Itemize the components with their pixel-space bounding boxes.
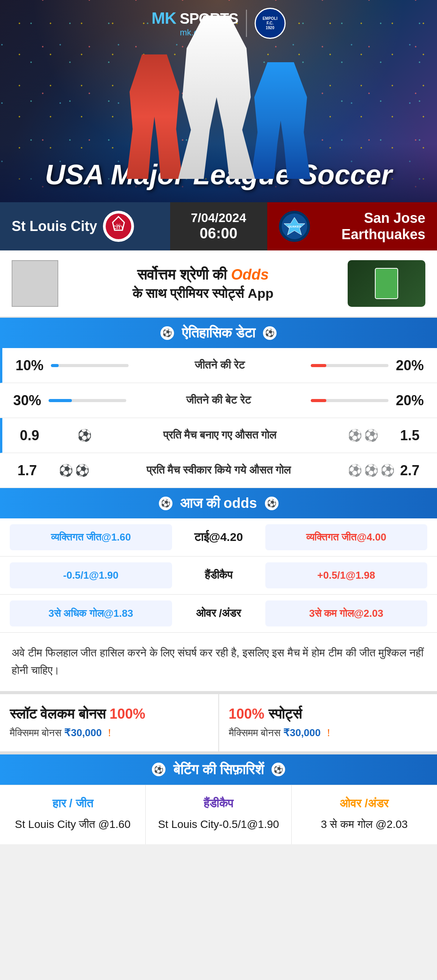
reco-handicap-label: हैंडीकैप (153, 797, 283, 810)
odds-row-ou: 3से अधिक गोल@1.83 ओवर /अंडर 3से कम गोल@2… (0, 595, 437, 633)
ball-icon-left-1: ⚽ (59, 464, 73, 477)
odds-handicap-label: हैंडीकैप (180, 569, 258, 582)
ball-icon-right-1: ⚽ (348, 429, 362, 442)
goals-conceded-label: प्रति मैच स्वीकार किये गये औसत गोल (89, 464, 348, 477)
analysis-section: अवे टीम फिलहाल जीत हासिल करने के लिए संघ… (0, 633, 437, 694)
betting-recommendations: ⚽ बेटिंग की सिफ़ारिशें ⚽ हार / जीत St Lo… (0, 754, 437, 844)
analysis-text: अवे टीम फिलहाल जीत हासिल करने के लिए संघ… (12, 644, 425, 679)
reco-ou-label: ओवर /अंडर (299, 797, 429, 810)
stl-logo-svg: CITY SC (105, 213, 132, 240)
ball-icon-rr-1: ⚽ (348, 464, 362, 477)
historical-title: ऐतिहासिक डेटा (182, 325, 255, 341)
reco-col-handicap: हैंडीकैप St Louis City-0.5/1@1.90 (146, 785, 291, 844)
odds-soccer-icon-right: ⚽ (265, 497, 279, 510)
match-bar: St Louis City CITY SC 7/04/2024 06:00 QU… (0, 202, 437, 250)
goals-scored-icons-left: ⚽ (45, 429, 92, 442)
goals-scored-left-val: 0.9 (14, 427, 45, 444)
odds-row-handicap: -0.5/1@1.90 हैंडीकैप +0.5/1@1.98 (0, 556, 437, 595)
odds-header: ⚽ आज की odds ⚽ (0, 488, 437, 518)
bonus-slots-sub-text: मैक्सिमम बोनस (10, 727, 61, 738)
ball-icon-rr-3: ⚽ (380, 464, 395, 477)
promo-odds-word: Odds (231, 266, 269, 283)
match-time: 06:00 (200, 225, 237, 242)
odds-ou-label: ओवर /अंडर (180, 607, 258, 620)
svg-text:SC: SC (116, 223, 121, 227)
reco-ou-value: 3 से कम गोल @2.03 (299, 816, 429, 833)
reco-col-winloss: हार / जीत St Louis City जीत @1.60 (0, 785, 146, 844)
odds-away-handicap-btn[interactable]: +0.5/1@1.98 (265, 562, 428, 588)
odds-home-handicap-btn[interactable]: -0.5/1@1.90 (10, 562, 172, 588)
bet-rate-fill-right (311, 399, 326, 402)
reco-soccer-icon-left: ⚽ (152, 763, 165, 776)
bet-rate-bar-left (49, 399, 126, 402)
win-rate-fill-right (311, 364, 326, 367)
ball-icon-rr-2: ⚽ (364, 464, 378, 477)
bonus-slots-amount: ₹30,000 (64, 727, 102, 738)
home-team-name: St Louis City (12, 218, 97, 234)
bet-rate-left-val: 30% (12, 392, 43, 409)
ball-icon-left-2: ⚽ (75, 464, 89, 477)
stat-row-goals-conceded: 1.7 ⚽ ⚽ प्रति मैच स्वीकार किये गये औसत ग… (0, 453, 437, 488)
bonus-sports-percent: 100% (229, 706, 265, 722)
bonus-sports-sub: मैक्सिमम बोनस ₹30,000 ！ (229, 726, 428, 740)
odds-under-btn[interactable]: 3से कम गोल@2.03 (265, 600, 428, 626)
bet-rate-right-val: 20% (394, 392, 425, 409)
win-rate-label: जीतने की रेट (134, 359, 305, 372)
bonus-slots-title: स्लॉट वेलकम बोनस 100% (10, 706, 209, 722)
win-rate-right-val: 20% (394, 357, 425, 374)
bonus-sports-sub-text: मैक्सिमम बोनस (229, 727, 280, 738)
bonus-sports-title: 100% स्पोर्ट्स (229, 706, 428, 722)
bonus-slots-exclaim: ！ (104, 727, 115, 738)
goals-scored-icons-right: ⚽ ⚽ (348, 429, 394, 442)
promo-image-placeholder (12, 260, 58, 307)
ball-icon-1: ⚽ (77, 429, 92, 442)
odds-away-win-btn[interactable]: व्यक्तिगत जीत@4.00 (265, 524, 428, 550)
odds-title: आज की odds (180, 495, 257, 511)
odds-section: ⚽ आज की odds ⚽ व्यक्तिगत जीत@1.60 टाई@4.… (0, 488, 437, 633)
sj-logo-svg: QUAKES (281, 213, 308, 240)
reco-col-ou: ओवर /अंडर 3 से कम गोल @2.03 (292, 785, 437, 844)
stat-row-win-rate: 10% जीतने की रेट 20% (0, 348, 437, 383)
bonus-card-slots[interactable]: स्लॉट वेलकम बोनस 100% मैक्सिमम बोनस ₹30,… (0, 694, 219, 751)
odds-tie-val: टाई@4.20 (180, 530, 258, 544)
ball-icon-right-2: ⚽ (364, 429, 378, 442)
goals-conceded-icons-left: ⚽ ⚽ (43, 464, 89, 477)
bet-rate-label: जीतने की बेट रेट (132, 394, 305, 407)
reco-winloss-label: हार / जीत (8, 797, 138, 810)
bonus-card-sports[interactable]: 100% स्पोर्ट्स मैक्सिमम बोनस ₹30,000 ！ (219, 694, 437, 751)
app-screen-visual (375, 268, 398, 299)
bonus-section[interactable]: स्लॉट वेलकम बोनस 100% मैक्सिमम बोनस ₹30,… (0, 694, 437, 754)
hero-banner: MK SPORTS mk.com EMPOLIF.C.1920 USA Majo… (0, 0, 437, 202)
soccer-icon-left: ⚽ (160, 326, 174, 340)
odds-over-btn[interactable]: 3से अधिक गोल@1.83 (10, 600, 172, 626)
reco-soccer-icon-right: ⚽ (272, 763, 285, 776)
promo-text: सर्वोत्तम श्रेणी की Odds के साथ प्रीमियर… (66, 265, 340, 302)
win-rate-fill-left (51, 364, 59, 367)
away-team-section: QUAKES San Jose Earthquakes (267, 202, 437, 250)
promo-subheadline: के साथ प्रीमियर स्पोर्ट्स App (66, 285, 340, 302)
soccer-icon-right: ⚽ (263, 326, 277, 340)
odds-row-win: व्यक्तिगत जीत@1.60 टाई@4.20 व्यक्तिगत जी… (0, 518, 437, 556)
bonus-sports-exclaim: ！ (324, 727, 334, 738)
reco-winloss-value: St Louis City जीत @1.60 (8, 816, 138, 833)
promo-app-mockup (348, 260, 425, 307)
betting-reco-title: बेटिंग की सिफ़ारिशें (173, 761, 264, 778)
bonus-slots-sub: मैक्सिमम बोनस ₹30,000 ！ (10, 726, 209, 740)
bonus-slots-title-text: स्लॉट वेलकम बोनस (10, 706, 106, 722)
bet-rate-fill-left (49, 399, 72, 402)
odds-soccer-icon-left: ⚽ (159, 497, 172, 510)
stat-row-bet-rate: 30% जीतने की बेट रेट 20% (0, 383, 437, 418)
away-team-logo: QUAKES (279, 211, 310, 242)
historical-section: ⚽ ऐतिहासिक डेटा ⚽ 10% जीतने की रेट 20% 3… (0, 318, 437, 488)
promo-headline-pre: सर्वोत्तम श्रेणी की (137, 266, 227, 283)
bonus-sports-amount: ₹30,000 (283, 727, 321, 738)
win-rate-bar-right (311, 364, 388, 367)
bonus-sports-title-text: स्पोर्ट्स (268, 706, 302, 722)
win-rate-bar-left (51, 364, 129, 367)
goals-conceded-right-val: 2.7 (394, 462, 425, 479)
betting-reco-header: ⚽ बेटिंग की सिफ़ारिशें ⚽ (0, 754, 437, 785)
odds-home-win-btn[interactable]: व्यक्तिगत जीत@1.60 (10, 524, 172, 550)
reco-row: हार / जीत St Louis City जीत @1.60 हैंडीक… (0, 785, 437, 844)
promo-banner[interactable]: सर्वोत्तम श्रेणी की Odds के साथ प्रीमियर… (0, 250, 437, 318)
goals-scored-label: प्रति मैच बनाए गए औसत गोल (92, 429, 348, 442)
